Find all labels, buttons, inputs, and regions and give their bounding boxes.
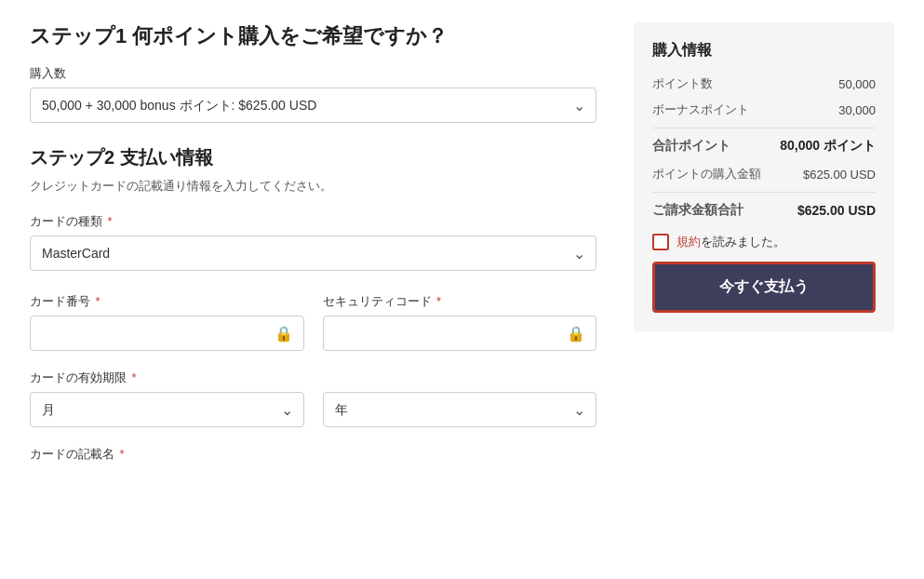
- security-code-field-group: セキュリティコード * 🔒: [323, 293, 597, 351]
- points-value: 50,000: [838, 77, 876, 91]
- card-number-security-row: カード番号 * 🔒 セキュリティコード * 🔒: [30, 293, 596, 370]
- card-type-label: カードの種類 *: [30, 213, 596, 230]
- left-panel: ステップ1 何ポイント購入をご希望ですか？ 購入数 50,000 + 30,00…: [30, 22, 596, 481]
- total-points-value: 80,000 ポイント: [780, 138, 876, 155]
- terms-checkbox[interactable]: [652, 234, 669, 250]
- bonus-points-label: ボーナスポイント: [652, 101, 749, 118]
- points-row: ポイント数 50,000: [652, 75, 876, 92]
- page-layout: ステップ1 何ポイント購入をご希望ですか？ 購入数 50,000 + 30,00…: [30, 22, 894, 481]
- card-type-field-group: カードの種類 * MasterCard Visa American Expres…: [30, 213, 596, 271]
- card-number-input[interactable]: [30, 316, 304, 351]
- billing-total-value: $625.00 USD: [797, 203, 876, 218]
- card-number-input-wrapper: 🔒: [30, 316, 304, 351]
- security-code-label: セキュリティコード *: [323, 293, 597, 310]
- card-number-field-group: カード番号 * 🔒: [30, 293, 304, 351]
- quantity-select-wrapper: 50,000 + 30,000 bonus ポイント: $625.00 USD …: [30, 88, 596, 123]
- quantity-field-group: 購入数 50,000 + 30,000 bonus ポイント: $625.00 …: [30, 65, 596, 123]
- quantity-label: 購入数: [30, 65, 596, 82]
- expiry-row: 月 010203 040506 070809 101112 ⌄ 年 202420…: [30, 392, 596, 427]
- card-type-select-wrapper: MasterCard Visa American Express Discove…: [30, 236, 596, 271]
- purchase-amount-row: ポイントの購入金額 $625.00 USD: [652, 166, 876, 182]
- points-label: ポイント数: [652, 75, 713, 92]
- security-code-input-wrapper: 🔒: [323, 316, 597, 351]
- month-select-wrapper: 月 010203 040506 070809 101112 ⌄: [30, 392, 304, 427]
- step2-subtext: クレジットカードの記載通り情報を入力してください。: [30, 178, 596, 195]
- year-select[interactable]: 年 202420252026 202720282029 2030: [323, 392, 597, 427]
- step1-heading: ステップ1 何ポイント購入をご希望ですか？: [30, 22, 596, 50]
- purchase-amount-label: ポイントの購入金額: [652, 166, 761, 182]
- right-panel: 購入情報 ポイント数 50,000 ボーナスポイント 30,000 合計ポイント…: [634, 22, 894, 481]
- cardholder-field-group: カードの記載名 *: [30, 446, 596, 463]
- bonus-points-row: ボーナスポイント 30,000: [652, 101, 876, 118]
- terms-row: 規約を読みました。: [652, 234, 876, 250]
- pay-button[interactable]: 今すぐ支払う: [652, 262, 876, 313]
- expiry-field-group: カードの有効期限 * 月 010203 040506 070809 101112…: [30, 370, 596, 427]
- quantity-select[interactable]: 50,000 + 30,000 bonus ポイント: $625.00 USD …: [30, 88, 596, 123]
- month-select[interactable]: 月 010203 040506 070809 101112: [30, 392, 304, 427]
- total-points-label: 合計ポイント: [652, 138, 730, 155]
- card-number-label: カード番号 *: [30, 293, 304, 310]
- terms-link[interactable]: 規約: [676, 235, 701, 249]
- card-type-select[interactable]: MasterCard Visa American Express Discove…: [30, 236, 596, 271]
- bonus-points-value: 30,000: [838, 103, 876, 117]
- purchase-info-box: 購入情報 ポイント数 50,000 ボーナスポイント 30,000 合計ポイント…: [634, 22, 894, 331]
- expiry-label: カードの有効期限 *: [30, 370, 596, 386]
- billing-total-label: ご請求金額合計: [652, 202, 743, 219]
- cardholder-label: カードの記載名 *: [30, 446, 596, 463]
- security-code-input[interactable]: [323, 316, 597, 351]
- purchase-info-title: 購入情報: [652, 41, 876, 61]
- purchase-amount-value: $625.00 USD: [803, 168, 876, 182]
- step2-heading: ステップ2 支払い情報: [30, 145, 596, 170]
- terms-text: 規約を読みました。: [676, 234, 785, 250]
- total-points-row: 合計ポイント 80,000 ポイント: [652, 128, 876, 155]
- year-select-wrapper: 年 202420252026 202720282029 2030 ⌄: [323, 392, 597, 427]
- billing-total-row: ご請求金額合計 $625.00 USD: [652, 192, 876, 219]
